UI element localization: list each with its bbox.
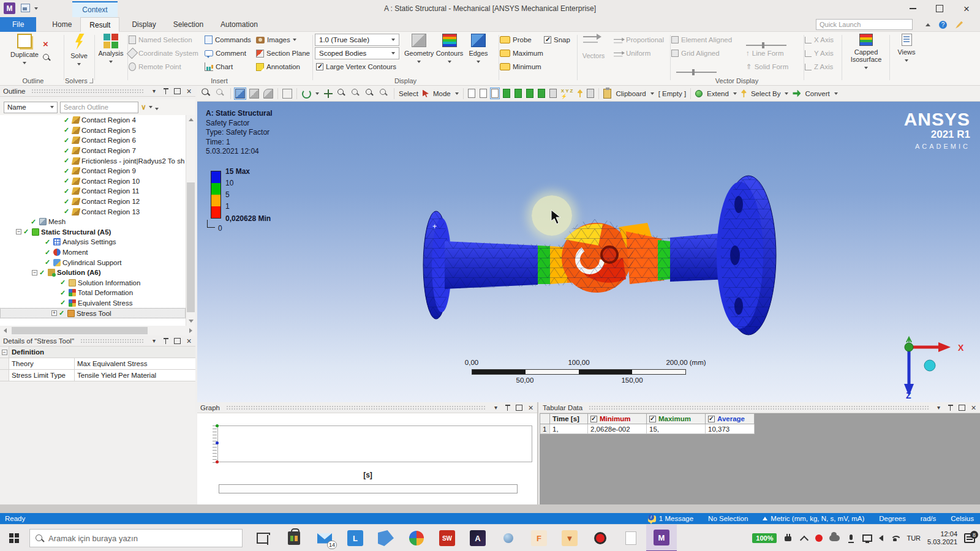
more-chevron-icon[interactable] bbox=[155, 108, 159, 110]
rotate-icon[interactable] bbox=[301, 89, 311, 99]
tree-item[interactable]: Frictionless - joint|Radyus2 To sh bbox=[0, 156, 186, 166]
extend-dropdown[interactable]: Extend bbox=[707, 90, 729, 97]
maximize-button[interactable] bbox=[926, 0, 953, 17]
search-icon[interactable] bbox=[43, 54, 51, 62]
message-icon[interactable] bbox=[648, 515, 656, 522]
dialog-launcher-icon[interactable] bbox=[89, 78, 93, 83]
chart-button[interactable]: Chart bbox=[205, 61, 233, 73]
select-element-faces-icon[interactable] bbox=[538, 89, 545, 98]
search-outline-input[interactable] bbox=[60, 102, 138, 113]
checkbox-checked-icon[interactable] bbox=[590, 416, 597, 422]
document-app-button[interactable] bbox=[371, 525, 401, 551]
collapse-icon[interactable] bbox=[16, 229, 21, 234]
convert-dropdown[interactable]: Convert bbox=[805, 90, 829, 97]
solve-button[interactable]: Solve bbox=[66, 34, 92, 67]
start-button[interactable] bbox=[0, 525, 28, 551]
rotate-chevron-icon[interactable] bbox=[315, 92, 319, 95]
select-vertices-icon[interactable] bbox=[468, 89, 475, 98]
tree-item[interactable]: Static Structural (A5) bbox=[0, 227, 186, 238]
images-button[interactable]: Images bbox=[256, 34, 296, 46]
pin-icon[interactable] bbox=[162, 88, 169, 94]
chevron-down-icon[interactable] bbox=[492, 404, 499, 411]
fruit-app-button[interactable]: ▼ bbox=[554, 525, 585, 551]
chevron-down-icon[interactable] bbox=[935, 404, 942, 411]
select-elements-icon[interactable] bbox=[526, 89, 533, 98]
minimum-button[interactable]: Minimum bbox=[500, 61, 541, 73]
tab-result[interactable]: Result bbox=[80, 17, 119, 32]
tree-item[interactable]: Moment bbox=[0, 247, 186, 258]
help-icon[interactable]: ? bbox=[939, 21, 947, 29]
shaded-exterior-icon[interactable] bbox=[235, 89, 245, 99]
maximize-panel-icon[interactable] bbox=[959, 404, 965, 411]
pin-icon[interactable] bbox=[947, 404, 954, 411]
zoom-out-icon[interactable] bbox=[216, 89, 226, 99]
capped-isosurface-button[interactable]: Capped Isosurface bbox=[846, 34, 886, 70]
probe-annotation-icon[interactable] bbox=[577, 89, 582, 97]
pan-icon[interactable] bbox=[323, 89, 333, 99]
tab-file[interactable]: File bbox=[0, 17, 36, 32]
windows-layout-icon[interactable] bbox=[282, 89, 292, 99]
clipboard-icon[interactable] bbox=[603, 89, 611, 99]
language-indicator[interactable]: TUR bbox=[907, 534, 921, 542]
status-messages[interactable]: 1 Message bbox=[659, 515, 693, 522]
labview-button[interactable]: L bbox=[340, 525, 371, 551]
maximize-panel-icon[interactable] bbox=[516, 404, 522, 411]
scroll-left-icon[interactable] bbox=[4, 328, 7, 333]
details-row-value[interactable]: Tensile Yield Per Material bbox=[75, 370, 195, 381]
close-panel-icon[interactable] bbox=[527, 404, 534, 411]
select-by-dropdown[interactable]: Select By bbox=[751, 90, 781, 97]
wireframe-icon[interactable] bbox=[249, 89, 259, 99]
scroll-down-icon[interactable] bbox=[189, 320, 194, 323]
details-row-value[interactable]: Max Equivalent Stress bbox=[75, 358, 195, 369]
battery-indicator[interactable]: 100% bbox=[752, 533, 777, 543]
xyz-triad-icon[interactable]: X Y Z⚡ bbox=[561, 88, 573, 99]
close-button[interactable] bbox=[953, 0, 980, 17]
snap-checkbox[interactable]: Snap bbox=[544, 34, 570, 46]
zoom-in-icon[interactable] bbox=[337, 89, 347, 99]
maximize-panel-icon[interactable] bbox=[174, 88, 181, 94]
volume-icon[interactable] bbox=[879, 535, 883, 541]
tree-item[interactable]: Solution Information bbox=[0, 278, 186, 288]
orientation-triad[interactable]: X Z bbox=[880, 334, 971, 400]
graph-time-slider[interactable] bbox=[219, 484, 518, 493]
show-hidden-icons[interactable] bbox=[799, 534, 809, 543]
column-header-time[interactable]: Time [s] bbox=[550, 413, 588, 424]
tree-item[interactable]: Contact Region 11 bbox=[0, 186, 186, 197]
close-panel-icon[interactable] bbox=[186, 337, 192, 344]
column-header-average[interactable]: Average bbox=[706, 413, 755, 424]
collapse-icon[interactable] bbox=[32, 270, 37, 276]
zoom-window-icon[interactable] bbox=[366, 89, 375, 99]
details-panel-header[interactable]: Details of "Stress Tool" bbox=[0, 335, 195, 347]
extend-selection-icon[interactable] bbox=[549, 89, 557, 98]
media-app-button[interactable] bbox=[401, 525, 432, 551]
store-button[interactable] bbox=[279, 525, 309, 551]
clock[interactable]: 12:04 5.03.2021 bbox=[927, 530, 957, 546]
scoping-dropdown[interactable]: Scoped Bodies bbox=[315, 47, 399, 59]
tree-item[interactable]: Contact Region 10 bbox=[0, 176, 186, 187]
task-view-button[interactable] bbox=[248, 525, 279, 551]
pin-icon[interactable] bbox=[504, 404, 511, 411]
graphics-viewport[interactable]: + A: Static Structural Safety Factor Typ… bbox=[197, 102, 980, 402]
probe-button[interactable]: Probe bbox=[500, 34, 532, 46]
show-mesh-icon[interactable] bbox=[263, 89, 273, 99]
zoom-fit-icon[interactable] bbox=[352, 89, 361, 99]
graph-panel-header[interactable]: Graph bbox=[197, 402, 537, 413]
notification-center-icon[interactable]: 8 bbox=[964, 533, 975, 543]
collapse-icon[interactable] bbox=[2, 350, 7, 355]
tree-item[interactable]: Contact Region 5 bbox=[0, 126, 186, 136]
scroll-up-icon[interactable] bbox=[189, 118, 194, 121]
select-faces-icon[interactable] bbox=[491, 89, 499, 98]
duplicate-button[interactable]: Duplicate bbox=[9, 34, 40, 66]
ansys-mechanical-taskbar-button[interactable]: M bbox=[646, 525, 677, 551]
recording-icon[interactable] bbox=[815, 534, 823, 542]
scrollbar-thumb[interactable] bbox=[187, 182, 195, 312]
mail-button[interactable]: 14 bbox=[309, 525, 340, 551]
microphone-icon[interactable] bbox=[846, 534, 856, 543]
tree-item[interactable]: Solution (A6) bbox=[0, 268, 186, 278]
maximize-panel-icon[interactable] bbox=[174, 337, 181, 344]
scroll-right-icon[interactable] bbox=[189, 328, 192, 333]
chevron-down-icon[interactable] bbox=[151, 88, 157, 94]
outline-panel-header[interactable]: Outline bbox=[0, 86, 195, 97]
tree-item[interactable]: Contact Region 4 bbox=[0, 115, 186, 126]
comment-button[interactable]: Comment bbox=[205, 47, 246, 59]
